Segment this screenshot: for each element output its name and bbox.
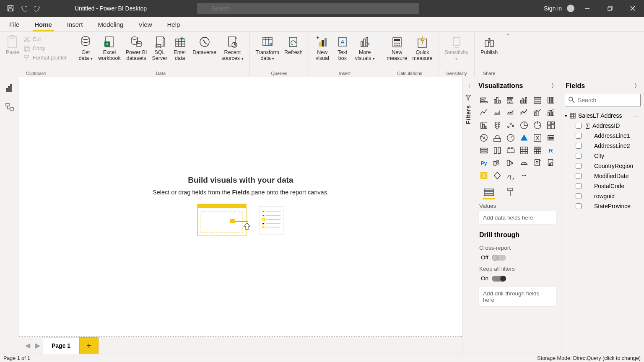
visual-type-0[interactable] [478, 95, 490, 106]
menu-help[interactable]: Help [166, 18, 182, 31]
collapse-ribbon-icon[interactable]: ⌃ [504, 32, 512, 77]
visual-type-7[interactable] [491, 107, 504, 118]
field-checkbox[interactable] [576, 133, 582, 139]
enter-data-button[interactable]: Enter data [170, 34, 190, 62]
visual-type-5[interactable] [545, 95, 557, 106]
page-next-icon[interactable]: ▶ [33, 341, 43, 351]
cut-button[interactable]: Cut [22, 35, 68, 44]
field-checkbox[interactable] [576, 173, 582, 179]
visual-type-25[interactable] [491, 145, 504, 156]
field-row[interactable]: ∑AddressID [564, 121, 641, 131]
expand-filters-icon[interactable]: 〈 [466, 83, 471, 90]
collapse-fields-icon[interactable]: 〉 [634, 82, 640, 90]
visual-type-18[interactable] [478, 132, 490, 143]
global-search-input[interactable] [197, 3, 419, 14]
dataverse-button[interactable]: Dataverse [190, 34, 219, 55]
copy-button[interactable]: Copy [22, 44, 68, 53]
visual-type-35[interactable] [545, 158, 557, 168]
visual-type-38[interactable] [504, 170, 517, 181]
field-row[interactable]: StateProvince [564, 201, 641, 211]
close-button[interactable] [623, 0, 642, 17]
report-view-icon[interactable] [4, 82, 16, 94]
visual-type-20[interactable] [504, 132, 517, 143]
more-visuals-button[interactable]: More visuals ▾ [353, 34, 377, 62]
field-checkbox[interactable] [576, 143, 582, 149]
visual-type-30[interactable]: Py [478, 158, 490, 168]
field-row[interactable]: ModifiedDate [564, 171, 641, 181]
collapse-visualizations-icon[interactable]: 〉 [551, 82, 557, 90]
visual-type-3[interactable] [518, 95, 530, 106]
paste-button[interactable]: Paste [3, 34, 22, 55]
sql-server-button[interactable]: SQL Server [149, 34, 170, 62]
field-row[interactable]: CountryRegion [564, 161, 641, 171]
visual-type-32[interactable] [504, 158, 517, 168]
visual-type-19[interactable] [491, 132, 504, 143]
visual-type-22[interactable] [531, 132, 544, 143]
field-row[interactable]: AddressLine2 [564, 141, 641, 151]
new-measure-button[interactable]: New measure [384, 34, 410, 62]
table-header[interactable]: ▾ SalesLT Address ··· [564, 111, 641, 121]
filters-pane-collapsed[interactable]: 〈 Filters [462, 77, 474, 354]
visual-type-28[interactable] [531, 145, 544, 156]
get-data-button[interactable]: Get data ▾ [75, 34, 96, 62]
report-canvas[interactable]: Build visuals with your data Select or d… [19, 77, 462, 336]
save-icon[interactable] [7, 5, 14, 12]
avatar-icon[interactable] [567, 5, 574, 12]
visual-type-10[interactable] [531, 107, 544, 118]
visual-type-14[interactable] [504, 120, 517, 131]
field-row[interactable]: City [564, 151, 641, 161]
publish-button[interactable]: Publish [478, 34, 500, 55]
values-drop-well[interactable]: Add data fields here [478, 211, 557, 225]
visual-type-13[interactable] [491, 120, 504, 131]
model-view-icon[interactable] [4, 101, 16, 113]
undo-icon[interactable] [20, 5, 28, 12]
visual-type-17[interactable] [545, 120, 557, 131]
visual-type-24[interactable] [478, 145, 490, 156]
field-row[interactable]: rowguid [564, 191, 641, 201]
add-page-button[interactable]: + [79, 337, 99, 354]
page-tab[interactable]: Page 1 [43, 337, 79, 354]
format-painter-button[interactable]: Format painter [22, 54, 68, 62]
visual-type-16[interactable] [531, 120, 544, 131]
visual-type-37[interactable] [491, 170, 504, 181]
field-row[interactable]: AddressLine1 [564, 131, 641, 141]
new-visual-button[interactable]: New visual [312, 34, 332, 62]
keep-filters-toggle[interactable] [492, 276, 506, 282]
sensitivity-button[interactable]: Sensitivity▾ [442, 34, 471, 62]
visual-type-8[interactable] [504, 107, 517, 118]
visual-type-11[interactable] [545, 107, 557, 118]
fields-search-input[interactable] [565, 94, 641, 106]
text-box-button[interactable]: AText box [332, 34, 353, 62]
excel-workbook-button[interactable]: XExcel workbook [96, 34, 123, 62]
table-more-icon[interactable]: ··· [633, 112, 641, 119]
visual-type-27[interactable] [518, 145, 530, 156]
visual-type-33[interactable] [518, 158, 530, 168]
visual-type-1[interactable] [491, 95, 504, 106]
visual-type-2[interactable] [504, 95, 517, 106]
field-checkbox[interactable] [576, 183, 582, 189]
transform-data-button[interactable]: Transform data ▾ [253, 34, 282, 62]
redo-icon[interactable] [34, 5, 41, 12]
status-storage-mode[interactable]: Storage Mode: DirectQuery (click to chan… [537, 355, 641, 361]
recent-sources-button[interactable]: Recent sources ▾ [219, 34, 246, 62]
sign-in-link[interactable]: Sign in [544, 5, 562, 12]
visual-type-39[interactable]: ··· [518, 170, 530, 181]
visual-type-15[interactable] [518, 120, 530, 131]
maximize-button[interactable] [600, 0, 620, 17]
menu-file[interactable]: File [8, 18, 21, 31]
visual-type-4[interactable] [531, 95, 544, 106]
field-checkbox[interactable] [576, 123, 582, 129]
field-checkbox[interactable] [576, 153, 582, 159]
format-tab-icon[interactable] [504, 186, 518, 198]
fields-well-tab-icon[interactable] [482, 186, 496, 198]
cross-report-toggle[interactable] [492, 255, 506, 261]
visual-type-31[interactable] [491, 158, 504, 168]
menu-view[interactable]: View [137, 18, 153, 31]
quick-measure-button[interactable]: Quick measure [410, 34, 435, 62]
visual-type-6[interactable] [478, 107, 490, 118]
field-checkbox[interactable] [576, 163, 582, 169]
minimize-button[interactable] [578, 0, 597, 17]
visual-type-23[interactable]: 123 [545, 132, 557, 143]
visual-type-9[interactable] [518, 107, 530, 118]
menu-insert[interactable]: Insert [65, 18, 85, 31]
